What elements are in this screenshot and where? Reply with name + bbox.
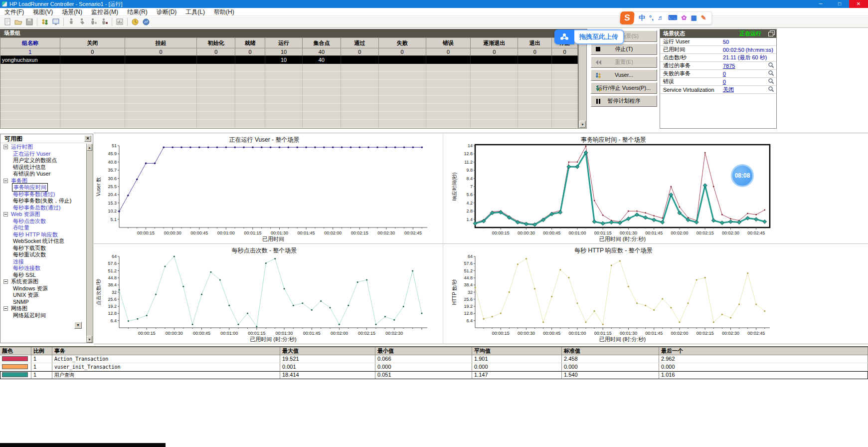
legend-header-5[interactable]: 平均值 [472,347,562,355]
gradual-stop-icon[interactable] [88,17,98,26]
legend-header-0[interactable]: 颜色 [0,347,31,355]
menu-item[interactable]: 工具(L) [181,8,209,16]
tree-item-每秒点击次数[interactable]: 每秒点击次数 [0,218,86,225]
column-header-11[interactable]: 退出 [518,38,552,48]
magnifier-icon[interactable] [768,86,774,93]
tree-item-每秒事务数-通过-[interactable]: 每秒事务数(通过) [0,191,86,198]
legend-header-4[interactable]: 最小值 [375,347,472,355]
pause-scheduler-button[interactable]: 暂停计划程序 [591,95,657,107]
tool-icon[interactable]: ✎ [701,12,706,24]
legend-row-vuser_init_Transaction[interactable]: 1vuser_init_Transaction0.0010.0000.0000.… [0,363,868,371]
monitor-icon[interactable] [51,17,61,26]
minimize-button[interactable]: ─ [811,0,830,8]
column-header-2[interactable]: 挂起 [125,38,197,48]
empty-row[interactable] [0,88,578,96]
tree-item-网络延迟时间[interactable]: 网络延迟时间 [0,312,86,319]
tree-item-有错误的-Vuser[interactable]: 有错误的 Vuser [0,171,86,178]
menu-item[interactable]: 场景(N) [57,8,87,16]
legend-row-用户查询[interactable]: 1用户查询18.4140.0511.1471.5401.016 [0,371,868,379]
tree-item-每秒事务总数-通过-[interactable]: 每秒事务总数(通过) [0,205,86,212]
tree-item-每秒-SSL[interactable]: 每秒 SSL [0,272,86,279]
status-value[interactable]: 关闭 [723,86,734,93]
skin-icon[interactable]: ✿ [682,12,687,24]
close-icon[interactable]: ✕ [84,135,91,142]
grid-icon[interactable]: ▦ [691,12,696,24]
tree-item-UNIX-资源[interactable]: UNIX 资源 [0,292,86,299]
tree-dropdown-icon[interactable]: ▼ [74,322,82,329]
tree-item-Windows-资源[interactable]: Windows 资源 [0,285,86,292]
column-header-3[interactable]: 初始化 [197,38,235,48]
stop-vusers-icon[interactable] [99,17,109,26]
collapse-icon[interactable] [3,179,8,183]
collapse-icon[interactable] [3,145,8,149]
save-icon[interactable] [24,17,34,26]
menu-item[interactable]: 结果(R) [123,8,152,16]
tree-item-每秒事务数-失败-停止-[interactable]: 每秒事务数(失败，停止) [0,198,86,205]
column-header-9[interactable]: 错误 [426,38,471,48]
legend-header-2[interactable]: 事务 [52,347,280,355]
column-header-7[interactable]: 通过 [341,38,379,48]
tree-item-每秒下载页数[interactable]: 每秒下载页数 [0,245,86,252]
scroll-down-icon[interactable]: ▼ [579,121,586,128]
magnifier-icon[interactable] [768,70,774,77]
vusers-button[interactable]: Vuser... [591,69,657,81]
reset-button[interactable]: 重置(E) [591,56,657,68]
magnifier-icon[interactable] [768,62,774,69]
column-header-6[interactable]: 集合点 [303,38,341,48]
mic-icon[interactable]: ♬ [658,12,664,24]
keyboard-icon[interactable]: ⌨ [668,12,678,24]
status-value[interactable]: 7875 [723,63,735,69]
menu-item[interactable]: 文件(F) [0,8,28,16]
empty-row[interactable] [0,112,578,120]
column-header-5[interactable]: 运行 [265,38,303,48]
tree-item-事务响应时间[interactable]: 事务响应时间 [0,184,86,191]
run-stop-vusers-button[interactable]: 运行/停止 Vusers(P)... [591,82,657,94]
analysis-icon[interactable] [141,17,151,26]
empty-row[interactable] [0,72,578,80]
legend-header-7[interactable]: 最后一个 [659,347,868,355]
restore-panel-icon[interactable] [768,30,774,36]
scroll-up-icon[interactable]: ▲ [87,144,92,151]
tree-item-每秒连接数[interactable]: 每秒连接数 [0,265,86,272]
upload-overlay[interactable]: 拖拽至此上传 [554,29,624,44]
column-header-10[interactable]: 逐渐退出 [471,38,518,48]
collapse-icon[interactable] [3,212,8,217]
menu-item[interactable]: 诊断(D) [152,8,181,16]
group-row-yonghuchaxun[interactable]: yonghuchaxun1040 [0,56,578,64]
close-button[interactable]: ✕ [849,0,868,8]
collapse-icon[interactable] [3,279,8,284]
status-value[interactable]: 0 [723,79,726,85]
tree-item-每秒重试次数[interactable]: 每秒重试次数 [0,251,86,258]
screen-time-badge[interactable]: 08:08 [731,164,754,187]
column-header-0[interactable]: 组名称 [0,38,60,48]
results-icon[interactable] [115,17,125,26]
stop-button[interactable]: 停止(T) [591,43,657,55]
tree-item-系统资源图[interactable]: 系统资源图 [0,278,86,285]
tree-item-连接[interactable]: 连接 [0,258,86,265]
tree-item-WebSocket-统计信息[interactable]: WebSocket 统计信息 [0,238,86,245]
tree-item-Web-资源图[interactable]: Web 资源图 [0,211,86,218]
legend-row-Action_Transaction[interactable]: 1Action_Transaction19.5210.0661.9012.458… [0,355,868,363]
empty-row[interactable] [0,120,578,128]
status-value[interactable]: 0 [723,71,726,77]
ime-mode-chinese[interactable]: 中 [639,12,645,24]
new-scenario-icon[interactable] [2,17,12,26]
column-header-8[interactable]: 失败 [379,38,426,48]
tree-item-每秒-HTTP-响应数[interactable]: 每秒 HTTP 响应数 [0,231,86,238]
punctuation-icon[interactable]: °, [649,12,654,24]
sogou-logo-icon[interactable]: S [620,11,635,24]
groups-scrollbar[interactable]: ▼ [578,37,587,129]
open-icon[interactable] [13,17,23,26]
tree-item-SNMP[interactable]: SNMP [0,299,86,306]
column-header-1[interactable]: 关闭 [60,38,125,48]
init-vusers-icon[interactable] [66,17,76,26]
scroll-down-icon[interactable]: ▼ [87,336,92,343]
legend-header-3[interactable]: 最大值 [280,347,375,355]
legend-header-1[interactable]: 比例 [31,347,52,355]
menu-item[interactable]: 视图(V) [28,8,57,16]
collapse-icon[interactable] [3,306,8,311]
legend-header-6[interactable]: 标准值 [562,347,659,355]
menu-item[interactable]: 帮助(H) [209,8,239,16]
empty-row[interactable] [0,96,578,104]
tree-item-吞吐量[interactable]: 吞吐量 [0,224,86,231]
